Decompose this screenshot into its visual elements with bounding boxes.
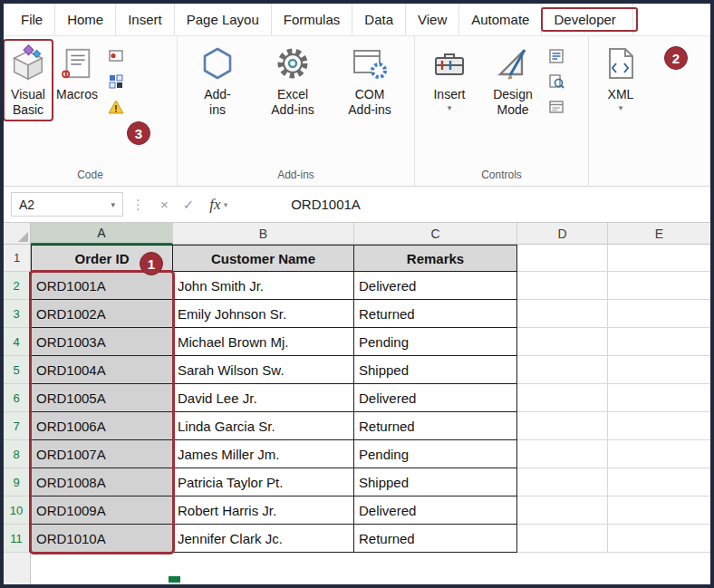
cell-b3[interactable]: Emily Johnson Sr. bbox=[173, 300, 354, 328]
enter-icon[interactable]: ✓ bbox=[183, 197, 195, 213]
cell-d11[interactable] bbox=[517, 525, 608, 553]
macros-button[interactable]: Macros bbox=[50, 36, 104, 102]
cell-b5[interactable]: Sarah Wilson Sw. bbox=[173, 356, 354, 384]
column-header-b[interactable]: B bbox=[173, 223, 354, 245]
cell-a6[interactable]: ORD1005A bbox=[31, 384, 173, 412]
cell-a9[interactable]: ORD1008A bbox=[31, 468, 173, 496]
cell-e6[interactable] bbox=[608, 384, 710, 412]
cell-b10[interactable]: Robert Harris Jr. bbox=[173, 496, 354, 525]
cell-c8[interactable]: Pending bbox=[354, 440, 517, 468]
cell-a7[interactable]: ORD1006A bbox=[31, 412, 173, 440]
tab-file[interactable]: File bbox=[9, 4, 55, 35]
formula-bar-splitter[interactable]: ⋮ bbox=[131, 197, 145, 213]
cell-b1[interactable]: Customer Name bbox=[173, 245, 354, 272]
formula-input[interactable]: ORD1001A bbox=[291, 197, 361, 212]
cell-c9[interactable]: Shipped bbox=[354, 468, 517, 496]
column-header-c[interactable]: C bbox=[354, 223, 517, 245]
com-addins-button[interactable]: COM Add-ins bbox=[331, 36, 409, 118]
name-box[interactable]: A2 ▾ bbox=[11, 192, 123, 217]
cell-c1[interactable]: Remarks bbox=[354, 245, 517, 272]
tab-automate[interactable]: Automate bbox=[459, 4, 542, 35]
cell-b4[interactable]: Michael Brown Mj. bbox=[173, 328, 354, 356]
cell-d2[interactable] bbox=[517, 272, 608, 300]
cell-c5[interactable]: Shipped bbox=[354, 356, 517, 384]
tab-data[interactable]: Data bbox=[352, 4, 406, 35]
cell-c10[interactable]: Delivered bbox=[354, 496, 517, 525]
cancel-icon[interactable]: × bbox=[160, 197, 169, 212]
row-header-10[interactable]: 10 bbox=[4, 496, 31, 525]
properties-icon[interactable] bbox=[547, 47, 565, 65]
cell-e9[interactable] bbox=[608, 468, 710, 496]
cell-b9[interactable]: Patricia Taylor Pt. bbox=[173, 468, 354, 496]
cell-d6[interactable] bbox=[517, 384, 608, 412]
relative-references-icon[interactable] bbox=[107, 72, 125, 91]
view-code-icon[interactable] bbox=[547, 72, 565, 91]
cell-c4[interactable]: Pending bbox=[354, 328, 517, 356]
row-header-1[interactable]: 1 bbox=[4, 245, 31, 272]
cell-e1[interactable] bbox=[608, 245, 710, 272]
row-header-9[interactable]: 9 bbox=[4, 468, 31, 496]
record-macro-icon[interactable] bbox=[107, 47, 125, 65]
cell-d3[interactable] bbox=[517, 300, 608, 328]
cell-c6[interactable]: Delivered bbox=[354, 384, 517, 412]
cell-d4[interactable] bbox=[517, 328, 608, 356]
insert-function-icon[interactable]: fx bbox=[209, 196, 220, 214]
cell-b7[interactable]: Linda Garcia Sr. bbox=[173, 412, 354, 440]
cell-b2[interactable]: John Smith Jr. bbox=[173, 272, 354, 300]
tab-developer[interactable]: Developer bbox=[542, 4, 632, 35]
macro-security-icon[interactable] bbox=[107, 98, 125, 116]
tab-view[interactable]: View bbox=[406, 4, 459, 35]
cell-a3[interactable]: ORD1002A bbox=[31, 300, 173, 328]
cell-a11[interactable]: ORD1010A bbox=[31, 525, 173, 553]
cell-d5[interactable] bbox=[517, 356, 608, 384]
design-mode-button[interactable]: Design Mode bbox=[481, 36, 545, 118]
tab-insert[interactable]: Insert bbox=[116, 4, 175, 35]
cell-d10[interactable] bbox=[517, 496, 608, 525]
cell-c7[interactable]: Returned bbox=[354, 412, 517, 440]
xml-button[interactable]: XML ▾ bbox=[592, 36, 650, 112]
cell-d1[interactable] bbox=[517, 245, 608, 272]
cell-b8[interactable]: James Miller Jm. bbox=[173, 440, 354, 468]
tab-home[interactable]: Home bbox=[55, 4, 116, 35]
cell-c2[interactable]: Delivered bbox=[354, 272, 517, 300]
cell-e5[interactable] bbox=[608, 356, 710, 384]
cell-a5[interactable]: ORD1004A bbox=[31, 356, 173, 384]
cell-b11[interactable]: Jennifer Clark Jc. bbox=[173, 525, 354, 553]
row-header-5[interactable]: 5 bbox=[4, 356, 31, 384]
addins-button[interactable]: Add-ins bbox=[180, 36, 255, 118]
cell-a10[interactable]: ORD1009A bbox=[31, 496, 173, 525]
excel-addins-button[interactable]: Excel Add-ins bbox=[255, 36, 331, 118]
cell-b6[interactable]: David Lee Jr. bbox=[173, 384, 354, 412]
cell-e8[interactable] bbox=[608, 440, 710, 468]
cell-e3[interactable] bbox=[608, 300, 710, 328]
cell-e11[interactable] bbox=[608, 525, 710, 553]
row-header-11[interactable]: 11 bbox=[4, 525, 31, 553]
cell-a8[interactable]: ORD1007A bbox=[31, 440, 173, 468]
tab-page-layout[interactable]: Page Layou bbox=[175, 4, 272, 35]
insert-control-button[interactable]: Insert ▾ bbox=[418, 36, 481, 112]
select-all-corner[interactable] bbox=[4, 223, 31, 245]
column-header-a[interactable]: A bbox=[31, 223, 173, 245]
visual-basic-button[interactable]: Visual Basic bbox=[6, 36, 50, 118]
row-header-2[interactable]: 2 bbox=[4, 272, 31, 300]
cell-a4[interactable]: ORD1003A bbox=[31, 328, 173, 356]
run-dialog-icon[interactable] bbox=[547, 98, 565, 116]
cell-e7[interactable] bbox=[608, 412, 710, 440]
fill-handle[interactable] bbox=[169, 576, 180, 583]
row-header-8[interactable]: 8 bbox=[4, 440, 31, 468]
cell-d8[interactable] bbox=[517, 440, 608, 468]
row-header-3[interactable]: 3 bbox=[4, 300, 31, 328]
cell-e10[interactable] bbox=[608, 496, 710, 525]
row-header-6[interactable]: 6 bbox=[4, 384, 31, 412]
cell-c11[interactable]: Returned bbox=[354, 525, 517, 553]
tab-formulas[interactable]: Formulas bbox=[272, 4, 353, 35]
cell-e2[interactable] bbox=[608, 272, 710, 300]
cell-e4[interactable] bbox=[608, 328, 710, 356]
column-header-d[interactable]: D bbox=[517, 223, 608, 245]
cell-c3[interactable]: Returned bbox=[354, 300, 517, 328]
column-header-e[interactable]: E bbox=[608, 223, 710, 245]
cell-d7[interactable] bbox=[517, 412, 608, 440]
cell-d9[interactable] bbox=[517, 468, 608, 496]
row-header-7[interactable]: 7 bbox=[4, 412, 31, 440]
row-header-4[interactable]: 4 bbox=[4, 328, 31, 356]
